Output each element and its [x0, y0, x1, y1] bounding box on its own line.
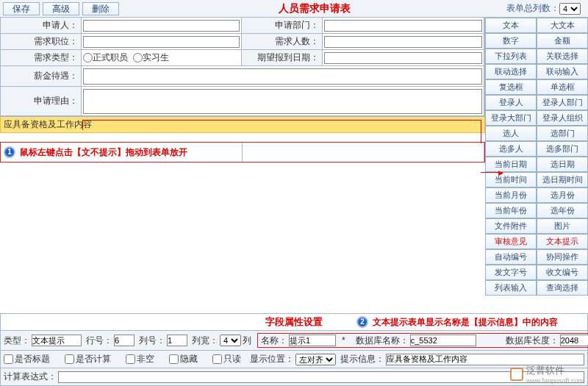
required-star: * — [342, 335, 345, 346]
palette-item[interactable]: 登录人组织 — [537, 110, 588, 126]
palette-item[interactable]: 大文本 — [537, 18, 588, 33]
palette-item[interactable]: 当前年份 — [485, 203, 537, 218]
cb-calc[interactable] — [65, 354, 74, 364]
colspan-select[interactable]: 4 — [220, 335, 241, 346]
palette-item[interactable]: 选人 — [485, 126, 537, 141]
palette-item[interactable]: 查询选择 — [537, 280, 588, 296]
type-label: 需求类型： — [1, 50, 82, 66]
page-title: 人员需求申请表 — [122, 2, 506, 15]
num-label: 需求人数： — [242, 34, 323, 50]
col-count-select[interactable]: 4 — [559, 3, 581, 15]
palette-item[interactable]: 选日期 — [537, 157, 588, 172]
drop-target-row[interactable]: 1 鼠标左键点击【文不提示】拖动到表单放开 — [0, 142, 485, 162]
palette-item[interactable]: 下拉列表 — [485, 49, 537, 64]
palette-item[interactable]: 登录大部门 — [485, 110, 537, 126]
cb-noempty-label: 非空 — [137, 353, 154, 365]
palette-item[interactable]: 单选框 — [537, 79, 588, 95]
palette-item[interactable]: 当前日期 — [485, 157, 537, 172]
tip2-text: 文本提示表单显示名称是【提示信息】中的内容 — [373, 316, 558, 329]
cb-title-label: 是否标题 — [15, 353, 50, 365]
cb-title[interactable] — [4, 354, 13, 364]
wm-brand: 泛普软件 — [526, 364, 584, 377]
dbname-label: 数据库名称： — [356, 335, 409, 347]
cb-hide-label: 隐藏 — [180, 353, 198, 365]
connector-line — [82, 120, 83, 130]
date-label: 期望报到日期： — [242, 50, 323, 66]
cb-calc-label: 是否计算 — [76, 353, 111, 365]
palette-item[interactable]: 选月份 — [537, 187, 588, 203]
reason-label: 申请理由： — [1, 87, 82, 116]
palette-item[interactable]: 收文编号 — [537, 265, 588, 280]
disp-select[interactable]: 左对齐 — [295, 354, 336, 365]
connector-line — [481, 120, 481, 143]
cb-noempty[interactable] — [126, 354, 135, 364]
palette-item[interactable]: 数字 — [485, 33, 537, 49]
highlighted-fields: 名称： * 数据库名称： 数据库长度： — [257, 333, 588, 348]
palette-item[interactable]: 联动选择 — [485, 64, 537, 79]
palette-item[interactable]: 自动编号 — [485, 249, 537, 265]
palette-item[interactable]: 发文字号 — [485, 265, 537, 280]
applicant-label: 申请人： — [1, 18, 82, 34]
reason-input[interactable] — [83, 89, 482, 114]
palette-item[interactable]: 金额 — [537, 33, 588, 49]
palette-item[interactable]: 当前时间 — [485, 172, 537, 187]
type-input[interactable] — [32, 335, 82, 346]
rownum-label: 行号： — [86, 335, 112, 347]
connector-line — [82, 120, 481, 121]
hint-label: 提示信息： — [340, 353, 384, 365]
palette-item[interactable]: 选日期时间 — [537, 172, 588, 187]
rownum-input[interactable] — [114, 335, 135, 346]
palette-item[interactable]: 关联选择 — [537, 49, 588, 64]
palette-item[interactable]: 图片 — [537, 218, 588, 234]
palette-item[interactable]: 选多人 — [485, 141, 537, 157]
palette-item[interactable]: 登录人部门 — [537, 95, 588, 110]
palette-item[interactable]: 文件附件 — [485, 218, 537, 234]
palette-item[interactable]: 复选框 — [485, 79, 537, 95]
wm-url: www.fanpusoft.com — [526, 377, 584, 385]
arrow-head-icon: ▶ — [498, 169, 503, 176]
colnum-input[interactable] — [167, 335, 187, 346]
palette-item[interactable]: 联动输入 — [537, 64, 588, 79]
watermark: 泛普软件 www.fanpusoft.com — [510, 364, 584, 385]
palette-item[interactable]: 文本提示 — [537, 234, 588, 249]
palette-item[interactable]: 协同操作 — [537, 249, 588, 265]
dept-input[interactable] — [324, 20, 482, 32]
type-opt1-label: 正式职员 — [93, 51, 128, 64]
save-button[interactable]: 保存 — [3, 2, 40, 15]
cb-readonly-label: 只读 — [223, 353, 241, 365]
palette-item[interactable]: 当前月份 — [485, 187, 537, 203]
palette-item[interactable]: 选部门 — [537, 126, 588, 141]
expr-input[interactable] — [58, 371, 584, 383]
num-input[interactable] — [324, 36, 482, 48]
prop-panel-title: 字段属性设置 — [265, 315, 323, 329]
name-label: 名称： — [261, 335, 287, 347]
type-radio-intern[interactable] — [133, 53, 143, 62]
palette-item[interactable]: 登录人 — [485, 95, 537, 110]
delete-button[interactable]: 删除 — [82, 2, 119, 15]
date-input[interactable] — [324, 52, 482, 64]
salary-input[interactable] — [83, 68, 482, 85]
pos-input[interactable] — [83, 36, 240, 48]
dbname-input[interactable] — [410, 335, 476, 346]
type-label: 类型： — [4, 335, 30, 347]
cb-readonly[interactable] — [212, 354, 222, 364]
col-count-control: 表单总列数： 4 — [506, 2, 581, 15]
logo-icon — [510, 368, 523, 381]
applicant-input[interactable] — [83, 20, 240, 32]
advanced-button[interactable]: 高级 — [43, 2, 79, 15]
type-radio-formal[interactable] — [83, 53, 93, 62]
dblen-input[interactable] — [560, 335, 588, 346]
palette-item[interactable]: 选多部门 — [537, 141, 588, 157]
palette-item[interactable]: 审核意见 — [485, 234, 537, 249]
cb-hide[interactable] — [169, 354, 179, 364]
palette-item[interactable]: 文本 — [485, 18, 537, 33]
colspan-suffix: 列 — [243, 335, 251, 347]
palette-item[interactable]: 选年份 — [537, 203, 588, 218]
dept-label: 申请部门： — [242, 18, 323, 34]
dblen-label: 数据库长度： — [506, 335, 559, 347]
tip2-badge: 2 — [356, 316, 368, 328]
name-input[interactable] — [289, 335, 336, 346]
disp-label: 显示位置： — [250, 353, 294, 365]
colnum-label: 列号： — [139, 335, 165, 347]
palette-item[interactable]: 列表输入 — [485, 280, 537, 296]
